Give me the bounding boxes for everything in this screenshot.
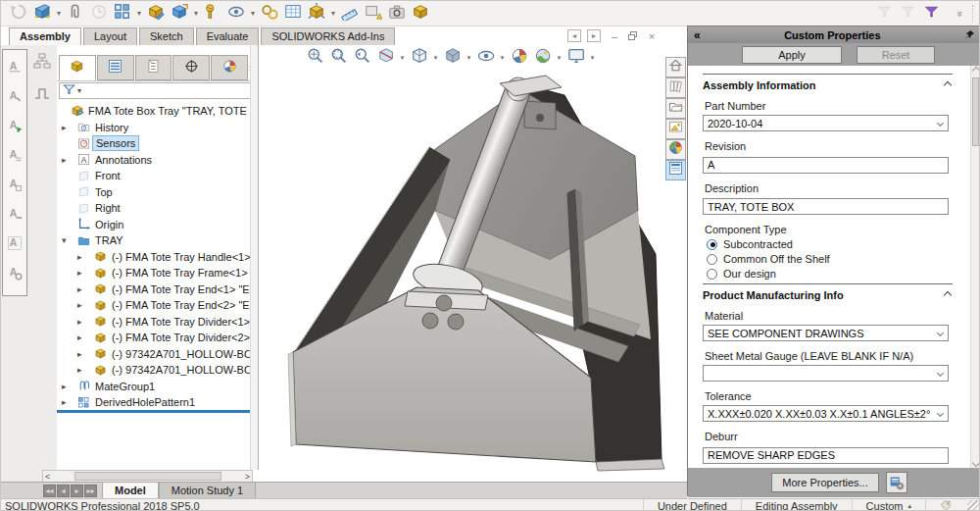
dropdown-caret-icon[interactable]: ▾ <box>248 3 258 25</box>
tree-item-derivedholepattern1[interactable]: ▸DerivedHolePattern1 <box>57 394 259 410</box>
status-dropdown-icon[interactable]: ▴ <box>907 502 911 510</box>
edit-component-button[interactable] <box>144 3 168 25</box>
tree-item-97342a701-hollow-body[interactable]: ▸(-) 97342A701_HOLLOW-BODY RIV <box>57 362 259 378</box>
tab-sketch[interactable]: Sketch <box>139 27 194 45</box>
large-assembly-mode-button[interactable] <box>409 3 432 25</box>
reset-button[interactable]: Reset <box>857 46 935 64</box>
apply-button[interactable]: Apply <box>742 46 842 64</box>
scroll-down-icon[interactable] <box>972 459 980 467</box>
tree-tab-propertymanager[interactable] <box>97 55 134 80</box>
sheet-metal-gauge-leave-blank-if-n-a-select[interactable] <box>703 365 949 382</box>
expand-arrow-icon[interactable]: ▸ <box>62 382 67 391</box>
tree-item-fma-tote-tray-divider[interactable]: ▸(-) FMA Tote Tray Divider<1> "TR <box>57 314 259 330</box>
close-icon[interactable]: × <box>644 30 660 42</box>
collapse-chevron-icon[interactable] <box>944 81 952 89</box>
tree-item-97342a701-hollow-body[interactable]: ▸(-) 97342A701_HOLLOW-BODY RIV <box>57 346 259 362</box>
dropdown-caret-icon[interactable]: ▾ <box>134 3 144 25</box>
tab-model[interactable]: Model <box>102 483 159 498</box>
tab-assembly[interactable]: Assembly <box>9 27 81 45</box>
auto-balloon-tool-icon[interactable]: A <box>4 112 25 138</box>
expand-arrow-icon[interactable]: ▾ <box>62 235 67 245</box>
expand-arrow-icon[interactable]: ▸ <box>77 252 82 262</box>
tree-filter-field[interactable]: ▾ <box>59 82 251 99</box>
taskpane-tab-custom-properties[interactable] <box>665 160 686 180</box>
subcontracted-radio[interactable] <box>707 239 717 250</box>
tab-prev-icon[interactable]: ◂ <box>57 485 70 497</box>
taskpane-tab-solidworks-resources[interactable] <box>665 57 686 77</box>
bill-of-materials-button[interactable] <box>281 3 305 25</box>
dropdown-caret-icon[interactable]: ▾ <box>328 3 338 25</box>
move-component-button[interactable] <box>168 3 191 25</box>
expand-arrow-icon[interactable]: ▸ <box>77 365 82 375</box>
toolbar-overflow-icon[interactable]: » <box>955 11 966 17</box>
tree-item-right[interactable]: Right <box>57 200 259 216</box>
subcontracted-radio-option[interactable]: Subcontracted <box>707 238 953 250</box>
tree-item-tray[interactable]: ▾TRAY <box>57 232 259 248</box>
taskpane-tab-file-explorer[interactable] <box>665 98 686 119</box>
measure-button[interactable] <box>338 3 362 25</box>
hierarchy-icon[interactable] <box>30 50 54 74</box>
interference-detection-button[interactable] <box>362 3 385 25</box>
tree-item-annotations[interactable]: ▸AAnnotations <box>57 152 259 168</box>
tree-tab-configurationmanager[interactable] <box>135 55 172 80</box>
linear-component-pattern-button[interactable] <box>111 3 134 25</box>
common-off-the-shelf-radio-option[interactable]: Common Off the Shelf <box>707 253 953 265</box>
properties-settings-button[interactable] <box>886 472 907 493</box>
tag-icon[interactable] <box>925 499 965 511</box>
scroll-right-icon[interactable]: > <box>245 472 250 482</box>
expand-arrow-icon[interactable]: ▸ <box>77 317 82 327</box>
tree-item-fma-tote-tray-handle-1[interactable]: ▸(-) FMA Tote Tray Handle<1> "TR <box>57 249 259 265</box>
tolerance-select[interactable]: X.XXX±0.020 X.XX±0.03 X.X±0.1 ANGLES±2° <box>703 405 949 422</box>
tab-next-icon[interactable]: ▸ <box>71 485 83 497</box>
section-header-product-manufacturing-info[interactable]: Product Manufacturing Info <box>703 283 953 301</box>
filter-wireframe-button[interactable] <box>873 3 897 25</box>
chevron-down-icon[interactable] <box>937 330 944 336</box>
tree-item-top[interactable]: Top <box>57 184 259 200</box>
pin-icon[interactable] <box>964 26 975 44</box>
tree-item-fma-tote-tray-end-1[interactable]: ▸(-) FMA Tote Tray End<1> "END, <box>57 281 259 297</box>
status-custom[interactable]: Custom▴ <box>852 499 925 511</box>
tree-item-fma-tote-tray-end-2[interactable]: ▸(-) FMA Tote Tray End<2> "END, <box>57 297 259 313</box>
tree-item-history[interactable]: ▸History <box>57 120 259 135</box>
part-number-select[interactable]: 2020-10-04 <box>703 115 949 131</box>
doc-back-button[interactable]: ◂ <box>567 29 581 42</box>
scroll-up-icon[interactable] <box>972 67 980 75</box>
spell-check-tool-icon[interactable]: A <box>4 141 25 168</box>
common-off-the-shelf-radio[interactable] <box>707 254 717 265</box>
tree-tab-featuremanager[interactable] <box>59 55 96 80</box>
tree-vertical-scrollbar[interactable] <box>250 45 258 470</box>
taskpane-tab-appearances-scenes[interactable] <box>665 139 686 160</box>
collapse-chevron-icon[interactable] <box>944 291 952 299</box>
tote-tray-3d-model[interactable] <box>259 45 665 482</box>
scroll-left-icon[interactable]: < <box>45 472 50 482</box>
snapshot-button[interactable] <box>385 3 409 25</box>
deburr-input[interactable] <box>703 447 949 464</box>
expand-arrow-icon[interactable]: ▸ <box>77 268 82 278</box>
balloon-tool-icon[interactable]: A <box>4 82 25 109</box>
note-tool-icon[interactable]: A <box>4 53 25 79</box>
collapse-panel-icon[interactable]: « <box>694 28 701 42</box>
description-input[interactable] <box>703 198 949 215</box>
panel-scrollbar[interactable] <box>970 66 980 468</box>
tab-motion-study[interactable]: Motion Study 1 <box>159 483 256 498</box>
assembly-features-button[interactable] <box>258 3 281 25</box>
tree-item-fma-tote-tray-divider[interactable]: ▸(-) FMA Tote Tray Divider<2> "TR <box>57 330 259 345</box>
filter-caret-icon[interactable]: ▾ <box>77 86 81 95</box>
expand-arrow-icon[interactable]: ▸ <box>77 349 82 359</box>
chevron-down-icon[interactable] <box>937 410 944 417</box>
expand-arrow-icon[interactable]: ▸ <box>62 155 67 165</box>
dropdown-caret-icon[interactable]: ▾ <box>191 3 201 25</box>
graphics-viewport[interactable]: ▾▾▾▾▾▾ <box>259 45 665 482</box>
our-design-radio[interactable] <box>707 269 717 280</box>
mate-button[interactable] <box>64 3 87 25</box>
link-notes-tool-icon[interactable]: A <box>4 259 25 285</box>
tree-item-mategroup1[interactable]: ▸MateGroup1 <box>57 379 259 394</box>
expand-arrow-icon[interactable]: ▸ <box>62 123 67 132</box>
reference-geometry-button[interactable] <box>87 3 111 25</box>
tree-item-fma-tote-box-tray-tray-t[interactable]: FMA Tote Box Tray "TRAY, TOTE BOX" (D <box>57 103 259 119</box>
scrollbar-thumb[interactable] <box>972 77 979 146</box>
show-hidden-components-button[interactable] <box>224 3 248 25</box>
tab-solidworks-add-ins[interactable]: SOLIDWORKS Add-Ins <box>261 27 395 45</box>
revision-input[interactable] <box>703 157 949 174</box>
doc-forward-button[interactable]: ▸ <box>587 29 601 42</box>
